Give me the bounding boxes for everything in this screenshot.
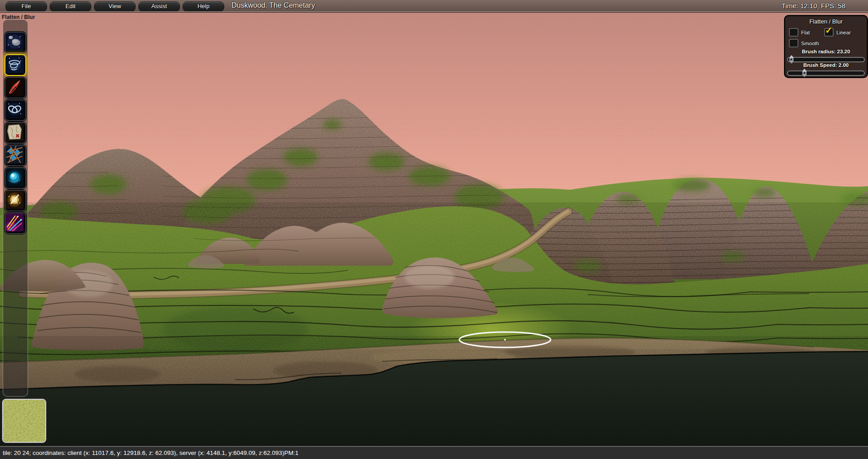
meteor-rocks-icon[interactable] <box>5 32 26 53</box>
menu-help-button[interactable]: Help <box>183 1 224 12</box>
panel-title: Flatten / Blur <box>785 18 867 25</box>
brush-settings-panel: Flatten / Blur ✓ Flat ✓ Linear ✓ Smooth … <box>784 15 868 78</box>
active-tool-label: Flatten / Blur <box>2 14 35 20</box>
magic-burst-icon[interactable] <box>5 212 26 234</box>
brush-speed-slider[interactable] <box>787 70 865 76</box>
time-fps-readout: Time: 12:10, FPS: 58 <box>782 2 845 9</box>
smooth-label: Smooth <box>801 41 819 46</box>
water-orb-icon[interactable] <box>5 167 26 189</box>
twin-rings-icon[interactable] <box>5 99 26 121</box>
menu-file-button[interactable]: File <box>5 1 47 12</box>
smooth-checkbox[interactable]: ✓ <box>789 39 798 47</box>
brush-speed-handle[interactable] <box>802 69 807 77</box>
window-title: Duskwood: The Cemetary <box>231 1 315 9</box>
linear-label: Linear <box>836 30 851 35</box>
menu-view-button[interactable]: View <box>94 1 136 12</box>
net-lattice-icon[interactable] <box>5 145 26 166</box>
brush-speed-label: Brush Speed: 2.00 <box>785 62 867 68</box>
flat-checkbox[interactable]: ✓ <box>789 28 798 37</box>
brush-radius-label: Brush radius: 23.20 <box>785 49 867 54</box>
tool-palette <box>3 19 28 397</box>
menu-assist-button[interactable]: Assist <box>138 1 180 12</box>
vortex-flatten-blur-icon[interactable] <box>5 54 26 76</box>
check-icon: ✓ <box>825 25 833 36</box>
brush-radius-slider[interactable] <box>787 57 865 62</box>
red-feather-icon[interactable] <box>5 77 26 98</box>
linear-checkbox[interactable]: ✓ <box>824 28 834 37</box>
status-bar: tile: 20 24; coordinates: client (x: 110… <box>0 445 868 459</box>
menu-edit-button[interactable]: Edit <box>50 1 91 12</box>
grass-texture-image <box>3 400 45 442</box>
grass-texture-preview[interactable] <box>2 399 46 443</box>
light-flare-icon[interactable] <box>5 190 26 211</box>
flat-label: Flat <box>801 30 810 35</box>
water <box>0 349 868 445</box>
terrain-3d-viewport[interactable]: Flatten / Blur <box>0 13 868 445</box>
terrain-scene <box>0 13 868 445</box>
top-menu-bar: File Edit View Assist Help Duskwood: The… <box>0 0 868 13</box>
treasure-map-icon[interactable] <box>5 122 26 144</box>
coordinates-readout: tile: 20 24; coordinates: client (x: 110… <box>3 450 298 456</box>
topbar-shadow-edge <box>0 12 868 13</box>
